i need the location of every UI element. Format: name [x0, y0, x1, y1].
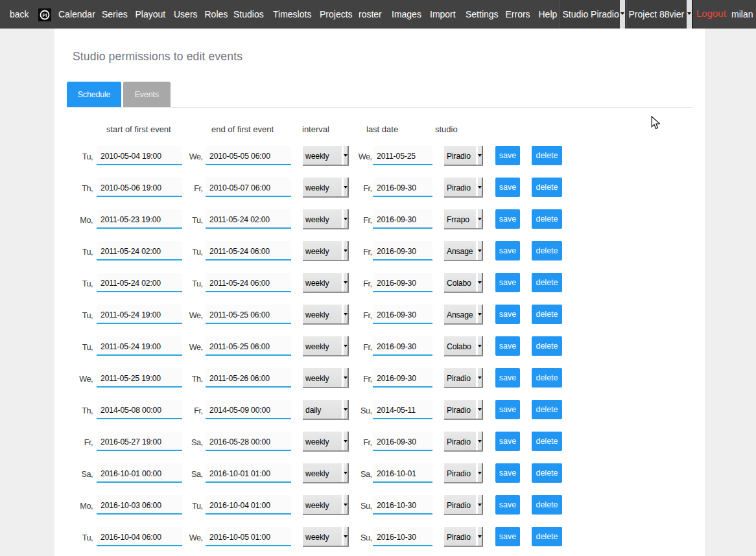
svg-text:PI: PI [42, 12, 47, 17]
